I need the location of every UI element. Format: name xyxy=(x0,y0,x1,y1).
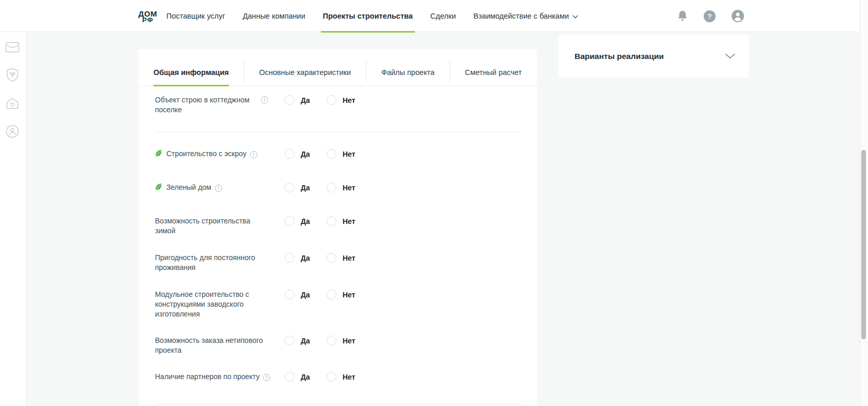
nav-item-construction-projects[interactable]: Проекты строительства xyxy=(321,0,415,32)
tab-general-info[interactable]: Общая информация xyxy=(138,68,244,86)
section-divider xyxy=(155,132,520,132)
row-label: Строительство с эскроу xyxy=(166,149,246,158)
info-icon[interactable] xyxy=(261,96,268,103)
radio-yes[interactable]: Да xyxy=(285,290,310,299)
nav-item-bank-interaction[interactable]: Взаимодействие с банками xyxy=(471,0,580,32)
project-form-card: Общая информация Основные характеристики… xyxy=(138,49,537,406)
form-row: Объект строю в коттеджном поселке Да Нет xyxy=(155,95,520,115)
radio-yes[interactable]: Да xyxy=(285,336,310,345)
row-label: Наличие партнеров по проекту xyxy=(155,372,259,381)
form-row: Наличие партнеров по проекту Да Нет xyxy=(155,372,520,382)
left-icon-sidebar xyxy=(0,32,26,406)
radio-circle[interactable] xyxy=(285,253,295,263)
form-row: Возможность строительства зимой Да Нет xyxy=(155,216,520,236)
nav-item-deals[interactable]: Сделки xyxy=(428,0,458,32)
radio-circle[interactable] xyxy=(285,216,295,226)
radio-circle[interactable] xyxy=(327,372,336,382)
radio-circle[interactable] xyxy=(285,336,295,345)
radio-circle[interactable] xyxy=(327,290,336,299)
radio-circle[interactable] xyxy=(327,336,336,345)
house-heart-icon[interactable] xyxy=(5,96,20,111)
radio-no[interactable]: Нет xyxy=(327,372,355,382)
form-row: Модульное строительство с конструкциями … xyxy=(155,290,520,319)
radio-circle[interactable] xyxy=(327,216,336,226)
header-actions xyxy=(677,0,745,32)
info-icon[interactable] xyxy=(250,151,257,158)
row-label: Объект строю в коттеджном поселке xyxy=(155,96,250,114)
radio-no[interactable]: Нет xyxy=(327,290,355,299)
row-label: Пригодность для постоянного проживания xyxy=(155,253,255,272)
radio-no[interactable]: Нет xyxy=(327,253,355,263)
radio-yes[interactable]: Да xyxy=(285,216,310,226)
radio-circle[interactable] xyxy=(285,290,295,299)
avatar-icon[interactable] xyxy=(731,9,745,23)
row-label: Возможность строительства зимой xyxy=(155,217,250,235)
leaf-icon xyxy=(155,183,162,191)
domrf-logo[interactable]: ДОМ РФ xyxy=(138,7,157,26)
row-label: Возможность заказа нетипового проекта xyxy=(155,336,263,354)
radio-yes[interactable]: Да xyxy=(285,253,310,263)
radio-yes[interactable]: Да xyxy=(285,149,310,159)
info-icon[interactable] xyxy=(215,185,222,192)
top-header: ДОМ РФ Поставщик услуг Данные компании П… xyxy=(0,0,868,32)
leaf-icon xyxy=(155,149,162,157)
implementation-options-panel[interactable]: Варианты реализации xyxy=(559,35,749,78)
chevron-down-icon[interactable] xyxy=(725,53,735,59)
radio-yes[interactable]: Да xyxy=(285,95,310,105)
tab-project-files[interactable]: Файлы проекта xyxy=(366,68,450,86)
chevron-down-icon xyxy=(572,15,578,19)
radio-circle[interactable] xyxy=(285,183,295,192)
person-badge-icon[interactable] xyxy=(5,124,20,139)
form-row: Строительство с эскроу Да Нет xyxy=(155,149,520,159)
form-row: Возможность заказа нетипового проекта Да… xyxy=(155,336,520,355)
radio-circle[interactable] xyxy=(327,253,336,263)
main-nav: Поставщик услуг Данные компании Проекты … xyxy=(164,0,594,32)
row-label: Зеленый дом xyxy=(166,183,211,191)
radio-circle[interactable] xyxy=(285,95,295,105)
radio-no[interactable]: Нет xyxy=(327,216,355,226)
tab-estimate[interactable]: Сметный расчет xyxy=(450,68,537,86)
form-row: Пригодность для постоянного проживания Д… xyxy=(155,253,520,273)
help-icon[interactable] xyxy=(704,10,716,22)
radio-circle[interactable] xyxy=(327,95,336,105)
vertical-scrollbar-thumb[interactable] xyxy=(861,150,866,339)
form-tabs: Общая информация Основные характеристики… xyxy=(138,49,537,86)
radio-circle[interactable] xyxy=(285,372,295,382)
briefcase-icon[interactable] xyxy=(5,39,20,55)
shield-icon[interactable] xyxy=(5,67,20,83)
info-icon[interactable] xyxy=(263,374,270,381)
radio-yes[interactable]: Да xyxy=(285,372,310,382)
section-divider xyxy=(155,404,520,404)
nav-item-company-data[interactable]: Данные компании xyxy=(241,0,307,32)
bell-icon[interactable] xyxy=(677,10,688,22)
radio-no[interactable]: Нет xyxy=(327,183,355,192)
radio-circle[interactable] xyxy=(327,149,336,159)
row-label: Модульное строительство с конструкциями … xyxy=(155,290,249,318)
nav-item-supplier[interactable]: Поставщик услуг xyxy=(164,0,227,32)
yes-no-form: Объект строю в коттеджном поселке Да Нет xyxy=(138,86,537,404)
vertical-scrollbar-track[interactable] xyxy=(860,0,868,406)
radio-yes[interactable]: Да xyxy=(285,183,310,192)
panel-title: Варианты реализации xyxy=(575,52,664,61)
logo-text-bottom: РФ xyxy=(142,17,153,23)
tab-main-characteristics[interactable]: Основные характеристики xyxy=(244,68,366,86)
radio-circle[interactable] xyxy=(285,149,295,159)
radio-circle[interactable] xyxy=(327,183,336,192)
radio-no[interactable]: Нет xyxy=(327,336,355,345)
form-row: Зеленый дом Да Нет xyxy=(155,183,520,192)
radio-no[interactable]: Нет xyxy=(327,149,355,159)
radio-no[interactable]: Нет xyxy=(327,95,355,105)
